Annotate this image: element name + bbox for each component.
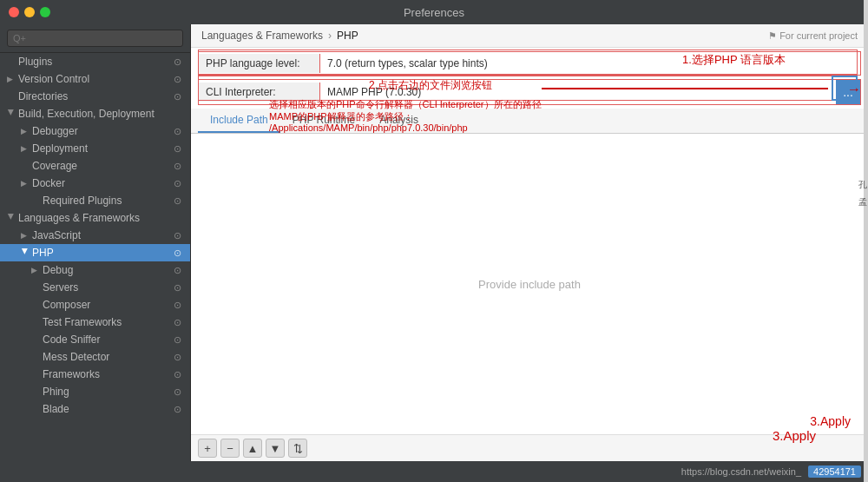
arrow-icon: ▶ <box>31 266 40 274</box>
sync-icon: ⊙ <box>174 126 181 137</box>
sidebar: Plugins ⊙ ▶ Version Control ⊙ Directorie… <box>0 24 191 461</box>
breadcrumb: Languages & Frameworks › PHP ⚑ For curre… <box>191 24 868 48</box>
breadcrumb-parent: Languages & Frameworks <box>201 30 323 42</box>
close-button[interactable] <box>9 7 19 17</box>
sync-icon: ⊙ <box>174 386 181 398</box>
sync-icon: ⊙ <box>174 282 181 294</box>
sync-icon: ⊙ <box>174 195 181 207</box>
tabs-bar: Include Path PHP Runtime Analysis <box>191 109 868 134</box>
sidebar-item-servers[interactable]: Servers ⊙ <box>0 279 190 296</box>
project-note: ⚑ For current project <box>768 30 858 42</box>
sidebar-item-deployment[interactable]: ▶ Deployment ⊙ <box>0 140 190 157</box>
sync-icon: ⊙ <box>174 369 181 380</box>
sync-icon: ⊙ <box>174 248 181 259</box>
language-level-value: 7.0 (return types, scalar type hints) <box>320 54 860 73</box>
tab-analysis[interactable]: Analysis <box>367 109 431 133</box>
tab-php-runtime[interactable]: PHP Runtime <box>280 109 367 133</box>
search-bar <box>0 24 190 53</box>
sync-icon: ⊙ <box>174 334 181 346</box>
bottom-toolbar: + − ▲ ▼ ⇅ <box>191 434 868 461</box>
sidebar-item-coverage[interactable]: Coverage ⊙ <box>0 157 190 175</box>
arrow-icon: ▶ <box>21 179 30 188</box>
sort-button[interactable]: ⇅ <box>288 439 307 458</box>
sidebar-item-phing[interactable]: Phing ⊙ <box>0 383 190 400</box>
breadcrumb-separator: › <box>328 30 332 42</box>
sync-icon: ⊙ <box>174 265 181 276</box>
sync-icon: ⊙ <box>174 300 181 311</box>
arrow-icon: ▶ <box>21 127 30 135</box>
arrow-icon: ▶ <box>21 144 30 153</box>
browse-button[interactable]: ... <box>836 80 860 104</box>
sidebar-item-debug[interactable]: ▶ Debug ⊙ <box>0 261 190 279</box>
sidebar-item-debugger[interactable]: ▶ Debugger ⊙ <box>0 122 190 140</box>
sidebar-item-php[interactable]: ▶ PHP ⊙ <box>0 244 190 261</box>
empty-text: Provide include path <box>478 278 581 291</box>
remove-button[interactable]: − <box>220 439 240 458</box>
traffic-lights <box>9 7 50 17</box>
sidebar-item-mess-detector[interactable]: Mess Detector ⊙ <box>0 348 190 366</box>
sync-icon: ⊙ <box>174 352 181 363</box>
cli-interpreter-label: CLI Interpreter: <box>199 83 320 102</box>
sidebar-item-build-execution[interactable]: ▶ Build, Execution, Deployment <box>0 105 190 122</box>
sidebar-item-required-plugins[interactable]: Required Plugins ⊙ <box>0 192 190 209</box>
breadcrumb-current: PHP <box>337 30 358 42</box>
sync-icon: ⊙ <box>174 74 181 85</box>
status-id: 42954171 <box>808 465 861 478</box>
cli-interpreter-row: CLI Interpreter: MAMP PHP (7.0.30) ... <box>198 79 861 105</box>
tab-include-path[interactable]: Include Path <box>198 109 280 133</box>
sidebar-item-docker[interactable]: ▶ Docker ⊙ <box>0 175 190 192</box>
arrow-icon: ▶ <box>21 248 30 257</box>
arrow-icon: ▶ <box>7 75 16 83</box>
sidebar-item-plugins[interactable]: Plugins ⊙ <box>0 53 190 70</box>
window-title: Preferences <box>404 6 464 19</box>
arrow-icon: ▶ <box>7 214 16 222</box>
search-input[interactable] <box>7 30 183 47</box>
cli-interpreter-value: MAMP PHP (7.0.30) <box>320 83 836 102</box>
sync-icon: ⊙ <box>174 178 181 189</box>
sidebar-item-test-frameworks[interactable]: Test Frameworks ⊙ <box>0 314 190 331</box>
sidebar-item-javascript[interactable]: ▶ JavaScript ⊙ <box>0 227 190 244</box>
sync-icon: ⊙ <box>174 143 181 155</box>
sidebar-item-blade[interactable]: Blade ⊙ <box>0 400 190 418</box>
include-path-empty: Provide include path <box>191 134 868 434</box>
sidebar-item-frameworks[interactable]: Frameworks ⊙ <box>0 366 190 383</box>
status-bar: https://blog.csdn.net/weixin_ 42954171 <box>0 461 868 482</box>
content-area: Languages & Frameworks › PHP ⚑ For curre… <box>191 24 868 461</box>
maximize-button[interactable] <box>40 7 50 17</box>
main-layout: Plugins ⊙ ▶ Version Control ⊙ Directorie… <box>0 24 868 461</box>
add-button[interactable]: + <box>198 439 217 458</box>
up-button[interactable]: ▲ <box>243 439 262 458</box>
sidebar-item-version-control[interactable]: ▶ Version Control ⊙ <box>0 70 190 88</box>
sidebar-item-languages-frameworks[interactable]: ▶ Languages & Frameworks <box>0 209 190 227</box>
sync-icon: ⊙ <box>174 56 181 68</box>
language-level-label: PHP language level: <box>199 54 320 73</box>
title-bar: Preferences <box>0 0 868 24</box>
arrow-icon: ▶ <box>21 231 30 240</box>
php-settings: PHP language level: 7.0 (return types, s… <box>191 48 868 109</box>
sidebar-item-composer[interactable]: Composer ⊙ <box>0 296 190 314</box>
sync-icon: ⊙ <box>174 404 181 415</box>
scrollbar-panel <box>864 24 868 461</box>
arrow-icon: ▶ <box>7 109 16 118</box>
sidebar-item-code-sniffer[interactable]: Code Sniffer ⊙ <box>0 331 190 348</box>
status-url: https://blog.csdn.net/weixin_ <box>681 466 801 477</box>
minimize-button[interactable] <box>24 7 35 17</box>
sidebar-item-directories[interactable]: Directories ⊙ <box>0 88 190 105</box>
sync-icon: ⊙ <box>174 317 181 328</box>
language-level-row: PHP language level: 7.0 (return types, s… <box>198 51 861 76</box>
sync-icon: ⊙ <box>174 91 181 102</box>
sync-icon: ⊙ <box>174 161 181 172</box>
tab-content-include-path: Provide include path + − ▲ ▼ ⇅ 1.选择PHP 语… <box>191 134 868 461</box>
down-button[interactable]: ▼ <box>266 439 285 458</box>
sync-icon: ⊙ <box>174 230 181 241</box>
